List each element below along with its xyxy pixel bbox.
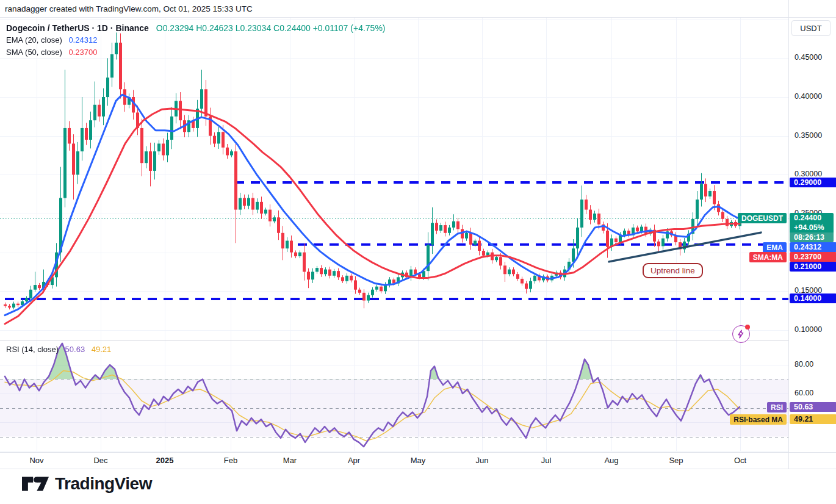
tradingview-logo-text: TradingView: [55, 474, 152, 494]
tradingview-logo-icon: [22, 475, 49, 493]
level-price-badge: 0.21000: [790, 262, 836, 272]
time-axis[interactable]: NovDec2025FebMarAprMayJunJulAugSepOct: [0, 452, 788, 469]
priceaxis-divider: [788, 0, 789, 469]
last-price-value: 0.24400: [790, 213, 834, 223]
time-axis-label: May: [400, 456, 436, 465]
time-axis-label: Jun: [464, 456, 500, 465]
uptrend-line-label[interactable]: Uptrend line: [643, 263, 703, 278]
time-axis-label: 2025: [146, 456, 183, 465]
time-axis-label: Nov: [18, 456, 55, 465]
bar-countdown: 08:26:13: [790, 232, 834, 242]
lightning-icon: [737, 329, 746, 339]
rsi-ma-axis-badge: 49.21: [790, 414, 836, 424]
level-price-badge: 0.14000: [790, 293, 836, 303]
tradingview-logo[interactable]: TradingView: [22, 474, 152, 494]
price-axis-label: 0.35000: [795, 131, 822, 140]
rsi-label: RSI (14, close): [6, 345, 59, 354]
rsi-ma-value: 49.21: [92, 345, 112, 354]
tradingview-chart-window: ranadagger created with TradingView.com,…: [0, 0, 836, 504]
legend-sma-row[interactable]: SMA (50, close) 0.23700: [6, 46, 386, 59]
rsi-based-ma-chip: RSI-based MA: [730, 414, 787, 425]
price-axis-label: 0.40000: [795, 92, 822, 101]
ema-label: EMA (20, close): [6, 35, 62, 45]
rsi-axis-label: 80.00: [795, 360, 813, 369]
rsi-axis-label: 60.00: [795, 389, 813, 397]
price-axis-label: 0.10000: [795, 325, 822, 334]
time-axis-label: Aug: [593, 456, 630, 465]
time-axis-label: Sep: [658, 456, 694, 465]
price-axis-label: 0.45000: [795, 53, 822, 62]
level-price-badge: 0.29000: [790, 178, 836, 187]
chart-canvas[interactable]: [0, 17, 788, 452]
currency-toggle-button[interactable]: USDT: [791, 20, 831, 36]
time-axis-label: Dec: [82, 456, 119, 465]
header-divider: [0, 17, 836, 18]
symbol-title: Dogecoin / TetherUS · 1D · Binance: [6, 23, 149, 33]
sma-ma-chip: SMA:MA: [749, 252, 787, 262]
watermark-text: ranadagger created with TradingView.com,…: [5, 4, 253, 13]
last-price-badge: 0.24400 +94.05% 08:26:13: [790, 213, 834, 242]
rsi-chip: RSI: [767, 402, 787, 412]
ohlc-values: O0.23294 H0.24623 L0.23034 C0.24400 +0.0…: [156, 23, 386, 33]
dogeusdt-chip: DOGEUSDT: [738, 213, 787, 223]
ema-axis-badge: 0.24312: [790, 242, 836, 252]
lightning-button[interactable]: [732, 325, 750, 343]
legend-symbol-row[interactable]: Dogecoin / TetherUS · 1D · Binance O0.23…: [6, 22, 386, 34]
time-axis-label: Jul: [528, 456, 564, 465]
time-axis-label: Oct: [722, 456, 759, 465]
time-axis-label: Apr: [336, 456, 372, 465]
sma-value: 0.23700: [68, 48, 97, 57]
time-axis-label: Feb: [212, 456, 249, 465]
rsi-value: 50.63: [65, 345, 85, 354]
legend-ema-row[interactable]: EMA (20, close) 0.24312: [6, 34, 386, 46]
notification-dot: [745, 325, 750, 329]
timeaxis-divider: [0, 452, 836, 453]
ema-value: 0.24312: [68, 35, 97, 45]
legend: Dogecoin / TetherUS · 1D · Binance O0.23…: [6, 22, 386, 59]
last-price-change: +94.05%: [790, 223, 834, 232]
rsi-legend[interactable]: RSI (14, close) 50.63 49.21: [6, 344, 111, 356]
rsi-axis-badge: 50.63: [790, 402, 836, 412]
sma-label: SMA (50, close): [6, 48, 62, 57]
footer-divider: [0, 469, 836, 469]
sma-axis-badge: 0.23700: [790, 252, 836, 262]
time-axis-label: Mar: [272, 456, 308, 465]
ema-chip: EMA: [763, 242, 787, 253]
